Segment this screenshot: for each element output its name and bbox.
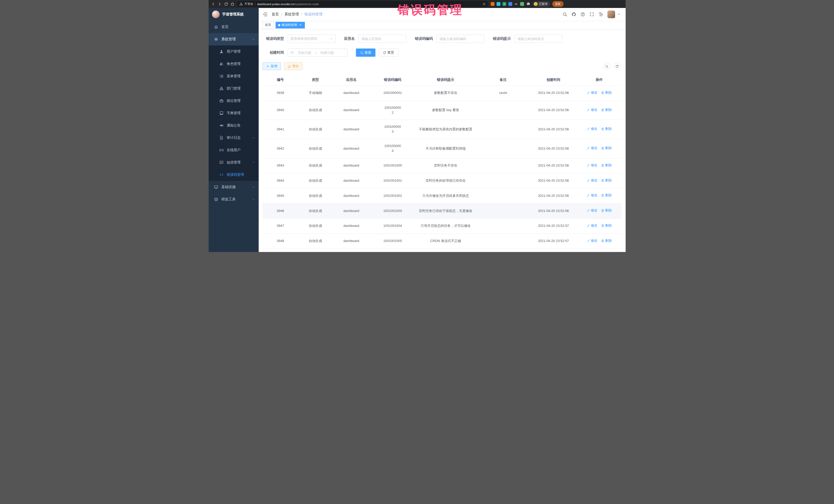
table-body: 3939手动编辑dashboard1001000001参数配置不存在ceshi2… [263, 86, 622, 249]
delete-link[interactable]: 删除 [601, 238, 612, 243]
sidebar-item[interactable]: 角色管理 [208, 58, 259, 70]
edit-link[interactable]: 修改 [587, 193, 597, 198]
row-hint: 不允许获取敏感配置到前端 [415, 139, 476, 158]
sidebar-item[interactable]: 用户管理 [208, 45, 259, 58]
column-header: 操作 [577, 74, 622, 86]
delete-link[interactable]: 删除 [601, 193, 612, 198]
sidebar-item-label: 错误码管理 [227, 172, 255, 177]
export-button[interactable]: 导出 [284, 62, 303, 70]
forward-icon[interactable] [218, 2, 222, 6]
back-icon[interactable] [211, 2, 215, 6]
extension-globe-orange-icon[interactable] [491, 2, 495, 6]
sidebar-item[interactable]: 菜单管理 [208, 70, 259, 82]
app-title: 芋道管理系统 [222, 12, 244, 17]
sidebar-item-label: 用户管理 [227, 49, 255, 54]
sidebar-item[interactable]: 错误码管理 [208, 169, 259, 181]
sidebar-item-label: 部门管理 [227, 86, 255, 91]
edit-icon [587, 224, 590, 227]
extension-check-green-icon[interactable]: V [502, 2, 506, 6]
help-icon[interactable] [580, 12, 585, 17]
edit-link[interactable]: 修改 [587, 163, 597, 168]
table-toolbar: 新增 导出 [263, 62, 622, 70]
edit-link[interactable]: 修改 [587, 238, 597, 243]
sidebar-item[interactable]: 部门管理 [208, 82, 259, 95]
browser-profile-button[interactable]: 已暂停 [533, 1, 550, 7]
app-name-input[interactable] [358, 35, 407, 43]
breadcrumb-item[interactable]: 首页 [272, 12, 279, 17]
edit-link[interactable]: 修改 [587, 223, 597, 228]
delete-link[interactable]: 删除 [601, 163, 612, 168]
error-type-select[interactable]: 请选择错误码类型 [288, 35, 336, 43]
reset-button[interactable]: 重置 [379, 48, 398, 57]
extension-leaf-green-icon[interactable] [520, 2, 524, 6]
address-bar[interactable]: 不安全 dashboard.yudao.iocoder.cn/system/er… [237, 1, 488, 7]
caret-down-icon[interactable] [617, 13, 620, 16]
tag-close-icon[interactable]: × [299, 23, 302, 27]
edit-link[interactable]: 修改 [587, 178, 597, 183]
add-button-label: 新增 [271, 64, 278, 68]
tag-item[interactable]: 错误码管理× [276, 22, 305, 28]
browser-home-icon[interactable] [231, 2, 235, 6]
end-date-input[interactable] [318, 51, 336, 54]
sidebar-item[interactable]: 首页 [208, 21, 259, 33]
delete-link[interactable]: 删除 [601, 208, 612, 213]
tag-item[interactable]: 首页 [263, 22, 274, 28]
edit-link-label: 修改 [591, 238, 597, 243]
sidebar-item[interactable]: 岗位管理 [208, 95, 259, 107]
search-button[interactable]: 搜索 [356, 48, 375, 57]
reset-button-label: 重置 [388, 50, 394, 55]
sidebar-item[interactable]: 短信管理 [208, 156, 259, 169]
sidebar-item[interactable]: 通知公告 [208, 119, 259, 132]
delete-link-label: 删除 [605, 90, 612, 95]
delete-link[interactable]: 删除 [601, 178, 612, 183]
edit-link[interactable]: 修改 [587, 108, 597, 112]
delete-link[interactable]: 删除 [601, 146, 612, 151]
github-icon[interactable] [571, 12, 576, 17]
refresh-table-button[interactable] [614, 63, 621, 70]
extension-on-dark-icon[interactable]: on [514, 2, 518, 6]
filter-error-type: 错误码类型 请选择错误码类型 [263, 35, 336, 43]
star-icon[interactable] [482, 2, 486, 6]
row-app: dashboard [333, 203, 370, 219]
user-avatar[interactable] [608, 10, 615, 18]
breadcrumb-item[interactable]: 系统管理 [284, 12, 299, 17]
sidebar-item[interactable]: 在线用户 [208, 144, 259, 156]
error-hint-input[interactable] [514, 35, 563, 43]
puzzle-icon[interactable] [526, 2, 530, 6]
filter-error-code: 错误码编码 [415, 35, 484, 43]
delete-link-label: 删除 [605, 208, 612, 213]
edit-link[interactable]: 修改 [587, 208, 597, 213]
header-search-icon[interactable] [563, 12, 567, 17]
app-name-label: 应用名 [344, 37, 355, 41]
delete-link[interactable]: 删除 [601, 223, 612, 228]
delete-link[interactable]: 删除 [601, 108, 612, 112]
reload-icon[interactable] [224, 2, 228, 6]
sidebar-item[interactable]: 研发工具 [208, 193, 259, 205]
sidebar-item[interactable]: 基础设施 [208, 181, 259, 193]
sidebar-item[interactable]: 系统管理 [208, 33, 259, 45]
toggle-search-button[interactable] [603, 63, 611, 70]
row-hint: 参数配置 key 重复 [415, 101, 476, 120]
row-remark [476, 234, 530, 249]
edit-link[interactable]: 修改 [587, 146, 597, 151]
browser-update-button[interactable]: 更新 [552, 1, 564, 7]
row-id: 3948 [263, 234, 299, 249]
sidebar-item[interactable]: 字典管理 [208, 107, 259, 119]
row-hint: 不能删除类型为系统内置的参数配置 [415, 120, 476, 139]
font-size-icon[interactable] [598, 12, 603, 17]
delete-link[interactable]: 删除 [601, 127, 612, 131]
app-logo[interactable]: 芋道管理系统 [208, 8, 259, 21]
extension-drop-teal-icon[interactable] [497, 2, 500, 6]
start-date-input[interactable] [295, 51, 314, 54]
error-code-input[interactable] [437, 35, 484, 43]
add-button[interactable]: 新增 [263, 62, 281, 70]
delete-link[interactable]: 删除 [601, 90, 612, 95]
edit-link[interactable]: 修改 [587, 90, 597, 95]
extension-grid-colorful-icon[interactable] [508, 2, 512, 6]
sidebar-item[interactable]: 审计日志 [208, 132, 259, 144]
date-range-picker[interactable]: - [288, 48, 348, 57]
edit-link[interactable]: 修改 [587, 127, 597, 131]
refresh-icon [383, 51, 386, 54]
fullscreen-icon[interactable] [589, 12, 594, 17]
hamburger-icon[interactable] [263, 12, 268, 17]
